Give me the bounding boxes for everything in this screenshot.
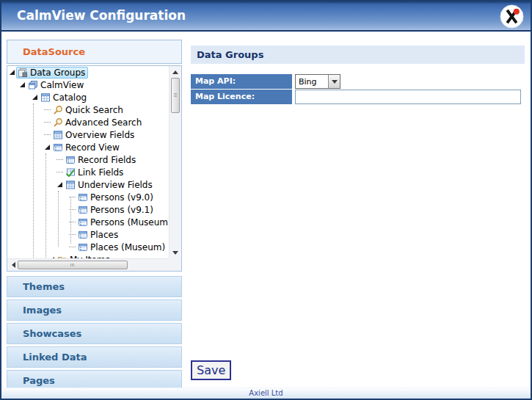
- tree-item-label: CalmView: [40, 80, 84, 90]
- tree-node[interactable]: Overview Fields: [51, 129, 137, 141]
- map-api-label: Map API:: [191, 74, 292, 89]
- tree-node[interactable]: Link Fields: [64, 167, 126, 178]
- tree-item-record-fields[interactable]: Record Fields: [7, 153, 169, 166]
- tree-item-places-museum[interactable]: Places (Museum): [7, 241, 169, 253]
- tree-node[interactable]: Persons (v9.1): [76, 204, 156, 216]
- tree-item-catalog[interactable]: Catalog: [7, 91, 169, 103]
- tree-item-quick-search[interactable]: Quick Search: [7, 103, 169, 116]
- sidebar-item-showcases[interactable]: Showcases: [7, 323, 182, 344]
- tree-item-data-groups[interactable]: Data Groups: [7, 66, 169, 79]
- tree-vertical-scrollbar[interactable]: [169, 66, 181, 258]
- sidebar-item-images[interactable]: Images: [7, 299, 182, 321]
- tree-horizontal-scrollbar[interactable]: [7, 258, 181, 271]
- tree-item-label: Places (Museum): [90, 242, 165, 252]
- tree-item-link-fields[interactable]: Link Fields: [7, 166, 169, 178]
- map-api-selected-value: Bing: [296, 75, 328, 88]
- scroll-up-button[interactable]: [170, 67, 181, 77]
- tree-item-label: Record View: [65, 142, 120, 153]
- chevron-down-icon: [332, 80, 338, 84]
- axiell-logo-icon: [500, 4, 524, 29]
- tree-node[interactable]: Persons (Museum): [76, 217, 169, 228]
- datagroups-icon: [18, 68, 28, 78]
- tree-item-my-items[interactable]: My Items: [7, 253, 169, 258]
- tree-item-record-view[interactable]: Record View: [7, 141, 169, 153]
- form-icon: [53, 142, 63, 153]
- tree-node[interactable]: CalmView: [26, 79, 87, 91]
- form-row-map-api: Map API: Bing: [191, 74, 521, 89]
- tree-item-label: Places: [90, 230, 118, 240]
- tree-item-persons-museum[interactable]: Persons (Museum): [7, 216, 169, 228]
- tree-item-label: Underview Fields: [78, 180, 153, 190]
- form-icon: [78, 205, 88, 215]
- scrollbar-corner: [169, 258, 181, 271]
- scroll-down-button[interactable]: [170, 247, 181, 258]
- datasource-panel-header[interactable]: DataSource: [7, 40, 182, 64]
- horizontal-scroll-thumb[interactable]: [18, 261, 128, 269]
- arrow-up-icon: [172, 70, 178, 74]
- tree-item-label: Data Groups: [30, 68, 85, 78]
- tree-node[interactable]: My Items: [56, 254, 113, 259]
- datasource-panel-label: DataSource: [23, 40, 181, 63]
- sidebar-item-linked-data[interactable]: Linked Data: [7, 346, 182, 368]
- expander-icon[interactable]: [49, 257, 54, 258]
- expander-icon[interactable]: [57, 182, 62, 187]
- tree-node[interactable]: Persons (v9.0): [76, 192, 156, 203]
- connector-dots: [44, 122, 51, 123]
- tree-node[interactable]: Underview Fields: [64, 179, 156, 191]
- vertical-scroll-thumb[interactable]: [171, 78, 180, 113]
- connector-dots: [57, 172, 63, 172]
- dropdown-button[interactable]: [328, 75, 340, 88]
- tree-node[interactable]: Record View: [51, 142, 123, 153]
- tree-node-selected[interactable]: Data Groups: [16, 67, 88, 79]
- expander-icon[interactable]: [10, 70, 15, 75]
- connector-dots: [69, 197, 76, 197]
- table-icon: [40, 92, 51, 103]
- tree-item-underview-fields[interactable]: Underview Fields: [7, 178, 169, 191]
- tree-panel: Data GroupsCalmViewCatalogQuick SearchAd…: [7, 65, 182, 272]
- map-api-select[interactable]: Bing: [295, 74, 340, 89]
- app-window: CalmView Configuration DataSource Data G…: [0, 0, 532, 400]
- title-bar: CalmView Configuration: [1, 1, 531, 32]
- tree-item-places[interactable]: Places: [7, 228, 169, 241]
- tree-item-persons-v9-1[interactable]: Persons (v9.1): [7, 203, 169, 216]
- scroll-left-button[interactable]: [8, 260, 18, 270]
- link-icon: [65, 167, 76, 178]
- tree-node[interactable]: Places (Museum): [76, 241, 168, 253]
- expander-icon[interactable]: [45, 145, 50, 150]
- search-icon: [53, 105, 63, 115]
- tree-item-label: Quick Search: [65, 105, 123, 115]
- grid-icon: [53, 130, 63, 140]
- tree-node[interactable]: Catalog: [39, 92, 90, 103]
- tree-item-advanced-search[interactable]: Advanced Search: [7, 116, 169, 128]
- tree-node[interactable]: Advanced Search: [51, 117, 145, 128]
- sidebar-sections: ThemesImagesShowcasesLinked DataPages: [7, 276, 182, 393]
- form-icon: [78, 192, 88, 203]
- connector-dots: [44, 134, 51, 135]
- arrow-left-icon: [12, 262, 15, 268]
- folder-icon: [57, 255, 68, 259]
- tree-node[interactable]: Places: [76, 229, 121, 241]
- settings-form: Map API: Bing Map Licence:: [191, 74, 521, 105]
- app-title: CalmView Configuration: [17, 8, 186, 23]
- tree-node[interactable]: Record Fields: [64, 154, 139, 166]
- footer-text: Axiell Ltd: [249, 389, 283, 397]
- map-licence-input[interactable]: [295, 90, 521, 104]
- expander-icon[interactable]: [20, 82, 25, 87]
- connector-dots: [69, 234, 76, 235]
- sidebar-item-themes[interactable]: Themes: [7, 276, 182, 297]
- tree-item-label: Advanced Search: [65, 117, 142, 128]
- connector-dots: [69, 222, 76, 222]
- save-button[interactable]: Save: [191, 360, 231, 380]
- expander-icon[interactable]: [32, 95, 37, 100]
- tree-item-label: Overview Fields: [65, 130, 134, 140]
- tree-item-overview-fields[interactable]: Overview Fields: [7, 128, 169, 141]
- tree-item-label: My Items: [70, 255, 110, 259]
- content-panel: Data Groups Map API: Bing Map Licence: S…: [183, 33, 531, 388]
- tree-item-label: Catalog: [53, 92, 87, 103]
- tree-item-label: Persons (Museum): [90, 217, 169, 228]
- tree-item-label: Record Fields: [78, 155, 136, 165]
- tree-item-persons-v9-0[interactable]: Persons (v9.0): [7, 191, 169, 203]
- tree-item-calmview[interactable]: CalmView: [7, 79, 169, 91]
- tree-node[interactable]: Quick Search: [51, 104, 126, 116]
- sidebar: DataSource Data GroupsCalmViewCatalogQui…: [1, 33, 183, 388]
